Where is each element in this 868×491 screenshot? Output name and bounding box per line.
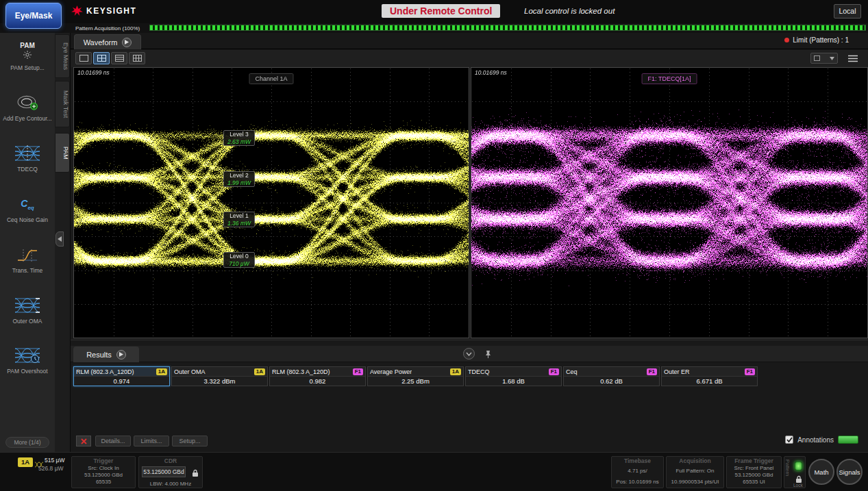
display-menu-button[interactable] — [845, 52, 861, 64]
sidebar-item-add-eye-contour[interactable]: Add Eye Contour... — [0, 90, 55, 138]
level-2-annotation[interactable]: Level 2 1.99 mW — [223, 171, 255, 187]
sidebar-item-ceq-noise-gain[interactable]: Ceq Ceq Noise Gain — [0, 192, 55, 240]
keysight-brand: KEYSIGHT — [71, 5, 136, 16]
sidebar-item-pam-overshoot[interactable]: PAM Overshoot — [0, 343, 55, 391]
cdr-lock-icon — [192, 468, 199, 480]
tab-mask-test[interactable]: Mask Test — [55, 81, 70, 127]
math-button[interactable]: Math — [808, 459, 834, 485]
result-value: 1.68 dB — [466, 376, 561, 386]
graph-area: 10.01699 ns Channel 1A Level 3 2.63 mW L… — [71, 67, 868, 340]
result-tile-average-power[interactable]: Average Power1A 2.25 dBm — [367, 366, 464, 386]
result-tile-tdecq[interactable]: TDECQF1 1.68 dB — [465, 366, 562, 386]
sidebar-collapse-handle[interactable] — [55, 231, 64, 247]
title-bar: KEYSIGHT Under Remote Control Local cont… — [0, 0, 868, 23]
result-name: Outer ER — [664, 368, 690, 375]
result-tile-rlm-1a[interactable]: RLM (802.3 A_120D)1A 0.974 — [73, 366, 170, 386]
timebase-position-readout: 10.01699 ns — [77, 69, 110, 76]
results-tab-label: Results — [86, 351, 112, 359]
result-tile-outer-er[interactable]: Outer ERF1 6.671 dB — [661, 366, 758, 386]
layout-single-icon — [79, 55, 88, 62]
pattern-lock-module[interactable]: Pattern Lock — [784, 456, 806, 488]
layout-grid-icon — [133, 55, 142, 62]
result-name: TDECQ — [468, 368, 490, 375]
level-0-annotation[interactable]: Level 0 710 µW — [223, 252, 255, 268]
acquisition-module[interactable]: Acquisition Full Pattern: On 10.99000534… — [666, 456, 724, 488]
eye-panel-channel-1a: 10.01699 ns Channel 1A Level 3 2.63 mW L… — [73, 67, 469, 338]
tdecq-icon — [0, 141, 55, 166]
ceq-noise-gain-icon: Ceq — [0, 192, 55, 216]
level-1-annotation[interactable]: Level 1 1.36 mW — [223, 212, 255, 227]
play-icon — [119, 352, 123, 357]
annotations-control: Annotations — [785, 436, 858, 444]
waveform-menu-button[interactable] — [122, 38, 132, 47]
sidebar-item-outer-oma[interactable]: Outer OMA — [0, 293, 55, 341]
tab-results[interactable]: Results — [73, 347, 139, 362]
sidebar-item-tdecq[interactable]: TDECQ — [0, 141, 55, 189]
hamburger-menu-icon — [848, 55, 858, 62]
trigger-module[interactable]: Trigger Src: Clock In 53.125000 GBd 6553… — [71, 456, 136, 488]
result-name: RLM (802.3 A_120D) — [76, 368, 134, 375]
annotations-checkbox[interactable] — [785, 436, 793, 444]
layout-single-button[interactable] — [75, 52, 92, 64]
check-icon — [786, 437, 793, 442]
panel-title-channel-1a[interactable]: Channel 1A — [249, 73, 293, 84]
brand-text: KEYSIGHT — [86, 6, 136, 16]
pattern-acquisition-progress — [149, 25, 866, 31]
layout-quad-icon — [97, 55, 106, 62]
chevron-left-icon — [58, 236, 62, 242]
results-menu-button[interactable] — [116, 350, 126, 360]
timebase-module[interactable]: Timebase 4.71 ps/ Pos: 10.01699 ns — [611, 456, 664, 488]
annotation-color-swatch[interactable] — [838, 436, 858, 444]
tab-pam[interactable]: PAM — [55, 133, 70, 173]
pam-setup-icon: PAM — [0, 40, 55, 64]
channel-1a-badge[interactable]: 1A — [18, 457, 33, 467]
limits-button[interactable]: Limits... — [134, 436, 169, 446]
tab-waveform[interactable]: Waveform — [74, 34, 141, 49]
transition-time-icon — [0, 242, 55, 267]
panel-title-tdecq-f1[interactable]: F1: TDECQ[1A] — [642, 73, 697, 84]
local-button[interactable]: Local — [834, 4, 861, 18]
details-button[interactable]: Details... — [95, 436, 131, 446]
cdr-rate-readout: 53.125000 GBd — [142, 466, 186, 477]
pattern-lock-led — [795, 462, 802, 470]
delete-result-button[interactable] — [76, 436, 91, 446]
result-tile-rlm-f1[interactable]: RLM (802.3 A_120D)F1 0.982 — [269, 366, 366, 386]
source-badge: F1 — [745, 368, 755, 375]
level-3-annotation[interactable]: Level 3 2.63 mW — [223, 130, 255, 146]
layout-grid-button[interactable] — [129, 52, 145, 64]
signals-button[interactable]: Signals — [836, 459, 863, 485]
results-collapse-button[interactable] — [463, 348, 475, 360]
eye-diagram-tdecq-f1[interactable] — [471, 68, 867, 338]
result-value: 0.974 — [74, 376, 169, 386]
sidebar-item-trans-time[interactable]: Trans. Time — [0, 242, 55, 290]
display-select-dropdown[interactable] — [810, 53, 838, 64]
pattern-lock-vertical-label: Pattern — [784, 459, 791, 487]
result-name: Outer OMA — [174, 368, 206, 375]
result-tile-ceq[interactable]: CeqF1 0.62 dB — [563, 366, 660, 386]
limit-status: Limit (Patterns) : 1 — [784, 36, 849, 44]
result-value: 3.322 dBm — [172, 376, 267, 386]
limit-indicator-icon — [784, 38, 789, 42]
setup-button[interactable]: Setup... — [172, 436, 208, 446]
remote-control-banner: Under Remote Control — [382, 4, 500, 18]
annotations-label: Annotations — [797, 436, 834, 444]
results-tab-bar: Results — [71, 346, 868, 362]
result-tile-outer-oma[interactable]: Outer OMA1A 3.322 dBm — [171, 366, 268, 386]
remote-control-note: Local control is locked out — [524, 7, 615, 15]
layout-rows-icon — [115, 55, 124, 62]
source-badge: F1 — [353, 368, 363, 375]
keysight-logo-icon — [71, 5, 83, 16]
frame-trigger-module[interactable]: Frame Trigger Src: Front Panel 53.125000… — [726, 456, 782, 488]
source-badge: F1 — [549, 368, 559, 375]
layout-rows-button[interactable] — [111, 52, 127, 64]
tab-eye-meas[interactable]: Eye Meas — [55, 34, 70, 78]
layout-quad-button[interactable] — [93, 52, 110, 64]
sidebar-item-pam-setup[interactable]: PAM PAM Setup... — [0, 40, 55, 88]
results-pin-button[interactable] — [484, 349, 492, 362]
result-name: RLM (802.3 A_120D) — [272, 368, 330, 375]
eye-mask-mode-button[interactable]: Eye/Mask — [5, 3, 62, 29]
eye-diagram-channel-1a[interactable] — [74, 68, 469, 338]
limit-status-text: Limit (Patterns) : 1 — [793, 36, 849, 44]
sidebar-more-button[interactable]: More (1/4) — [5, 437, 49, 448]
cdr-module[interactable]: CDR 53.125000 GBd LBW: 4.000 MHz — [138, 456, 203, 488]
